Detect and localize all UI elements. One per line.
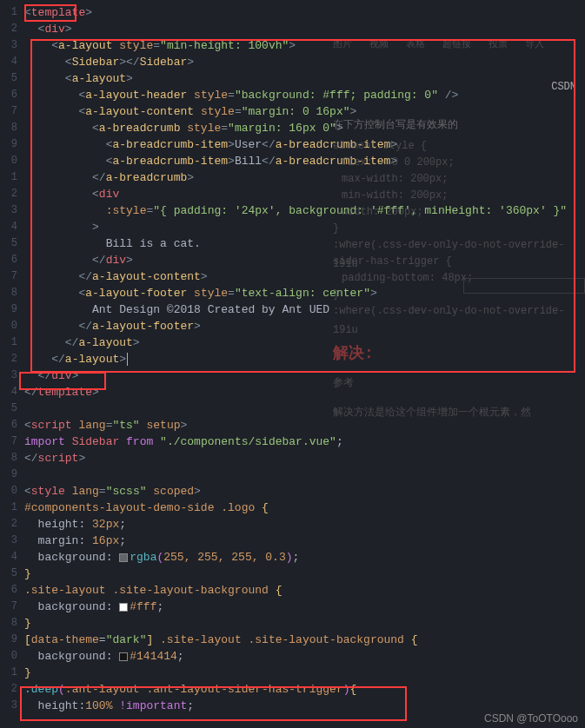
code-line[interactable]: > bbox=[24, 219, 585, 235]
code-line[interactable]: </a-layout-footer> bbox=[24, 318, 585, 334]
code-line[interactable]: } bbox=[24, 615, 585, 632]
code-line[interactable]: </a-layout> bbox=[24, 334, 585, 351]
code-editor[interactable]: 1 2 3 4 5 6 7 8 9 0 1 2 3 4 5 6 7 8 9 0 … bbox=[0, 0, 585, 728]
code-line[interactable]: <a-layout> bbox=[24, 70, 585, 87]
code-line[interactable]: <a-layout-header style="background: #fff… bbox=[24, 87, 585, 103]
code-line[interactable]: <a-breadcrumb-item>Bill</a-breadcrumb-it… bbox=[24, 153, 585, 169]
code-line[interactable]: import Sidebar from "./components/sideba… bbox=[24, 433, 585, 450]
code-line[interactable]: <template> bbox=[24, 4, 585, 21]
code-line[interactable]: #components-layout-demo-side .logo { bbox=[24, 500, 585, 516]
watermark: CSDN @ToOTOooo bbox=[484, 712, 578, 725]
code-line[interactable]: <a-layout-content style="margin: 0 16px"… bbox=[24, 103, 585, 120]
code-line[interactable]: .site-layout .site-layout-background { bbox=[24, 582, 585, 599]
code-line[interactable]: [data-theme="dark"] .site-layout .site-l… bbox=[24, 632, 585, 648]
code-line[interactable]: margin: 16px; bbox=[24, 533, 585, 549]
code-line[interactable]: background: #fff; bbox=[24, 599, 585, 615]
code-line[interactable]: :style="{ padding: '24px', background: '… bbox=[24, 202, 585, 219]
line-gutter: 1 2 3 4 5 6 7 8 9 0 1 2 3 4 5 6 7 8 9 0 … bbox=[0, 0, 24, 728]
code-line[interactable]: <a-breadcrumb-item>User</a-breadcrumb-it… bbox=[24, 136, 585, 153]
code-line[interactable]: :deep(.ant-layout .ant-layout-sider-has-… bbox=[24, 681, 585, 698]
code-line[interactable] bbox=[24, 400, 585, 417]
code-line[interactable]: <style lang="scss" scoped> bbox=[24, 483, 585, 500]
devtools-highlight-icon bbox=[463, 278, 585, 294]
code-content[interactable]: <template> <div> <a-layout style="min-he… bbox=[24, 0, 585, 728]
code-line[interactable]: </a-breadcrumb> bbox=[24, 169, 585, 186]
code-line[interactable]: </div> bbox=[24, 367, 585, 384]
code-line[interactable]: Bill is a cat. bbox=[24, 235, 585, 252]
code-line[interactable]: background: rgba(255, 255, 255, 0.3); bbox=[24, 549, 585, 566]
code-line[interactable]: <Sidebar></Sidebar> bbox=[24, 54, 585, 70]
code-line[interactable]: <script lang="ts" setup> bbox=[24, 417, 585, 433]
code-line[interactable]: <div bbox=[24, 186, 585, 202]
code-line[interactable]: </template> bbox=[24, 384, 585, 400]
code-line[interactable]: <div> bbox=[24, 21, 585, 37]
color-swatch-icon bbox=[119, 553, 128, 562]
code-line[interactable]: <a-breadcrumb style="margin: 16px 0"> bbox=[24, 120, 585, 136]
code-line[interactable]: </div> bbox=[24, 252, 585, 268]
code-line[interactable]: background: #141414; bbox=[24, 648, 585, 665]
color-swatch-icon bbox=[119, 652, 128, 661]
code-line[interactable] bbox=[24, 467, 585, 483]
code-line[interactable]: } bbox=[24, 665, 585, 681]
code-line[interactable]: </script> bbox=[24, 450, 585, 467]
code-line[interactable]: Ant Design ©2018 Created by Ant UED bbox=[24, 301, 585, 318]
code-line[interactable]: height: 32px; bbox=[24, 516, 585, 533]
code-line[interactable]: } bbox=[24, 566, 585, 582]
code-line[interactable]: </a-layout> bbox=[24, 351, 585, 367]
color-swatch-icon bbox=[119, 603, 128, 612]
code-line[interactable]: <a-layout style="min-height: 100vh"> bbox=[24, 37, 585, 54]
